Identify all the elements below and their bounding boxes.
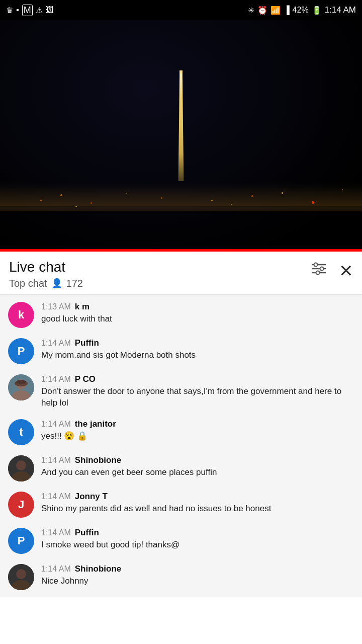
msg-text-2: My mom.and sis got Moderna both shots [41, 349, 354, 361]
msg-meta-6: 1:14 AM Jonny T [41, 492, 354, 502]
msg-text-7: I smoke weed but good tip! thanks@ [41, 539, 354, 551]
chat-message-2: P 1:14 AM Puffin My mom.and sis got Mode… [0, 333, 362, 369]
msg-time-8: 1:14 AM [41, 565, 71, 574]
msg-content-5: 1:14 AM Shinobione And you can even get … [41, 455, 354, 478]
msg-author-3: P CO [75, 374, 96, 384]
chat-header-right: ✕ [311, 259, 353, 279]
avatar-shinobione-1 [8, 455, 34, 481]
svg-point-15 [16, 569, 26, 579]
msg-meta-1: 1:13 AM k m [41, 302, 354, 312]
chat-messages-list: k 1:13 AM k m good luck with that P 1:14… [0, 295, 362, 598]
msg-content-6: 1:14 AM Jonny T Shino my parents did as … [41, 492, 354, 515]
crown-icon: ♛ [6, 6, 13, 15]
folder-icon: ▪ [16, 6, 19, 15]
bluetooth-icon: ✳ [248, 6, 254, 15]
msg-time-7: 1:14 AM [41, 528, 71, 537]
msg-meta-5: 1:14 AM Shinobione [41, 455, 354, 465]
avatar-puffin-2: P [8, 528, 34, 554]
msg-text-3: Don't answer the door to anyone that say… [41, 385, 354, 410]
m-icon: M [22, 5, 33, 16]
msg-time-5: 1:14 AM [41, 456, 71, 465]
top-chat-label: Top chat [9, 278, 47, 289]
msg-content-1: 1:13 AM k m good luck with that [41, 302, 354, 325]
viewers-icon: 👤 [51, 278, 62, 289]
chat-header: Live chat Top chat 👤 172 ✕ [0, 252, 362, 289]
status-right-icons: ✳ ⏰ 📶 ▐ 42% 🔋 1:14 AM [248, 5, 356, 15]
avatar-shinobione-2 [8, 564, 34, 590]
msg-meta-4: 1:14 AM the janitor [41, 419, 354, 429]
msg-content-7: 1:14 AM Puffin I smoke weed but good tip… [41, 528, 354, 551]
battery-icon: 🔋 [312, 6, 322, 15]
live-chat-title: Live chat [9, 259, 83, 276]
msg-author-1: k m [75, 302, 89, 312]
msg-content-2: 1:14 AM Puffin My mom.and sis got Modern… [41, 338, 354, 361]
svg-point-9 [16, 380, 26, 384]
msg-meta-3: 1:14 AM P CO [41, 374, 354, 384]
image-icon: 🖼 [46, 6, 54, 15]
filter-settings-icon[interactable] [311, 262, 327, 279]
msg-time-6: 1:14 AM [41, 492, 71, 501]
chat-message-7: P 1:14 AM Puffin I smoke weed but good t… [0, 523, 362, 559]
chat-message-6: J 1:14 AM Jonny T Shino my parents did a… [0, 487, 362, 523]
svg-point-4 [320, 267, 324, 271]
svg-point-5 [316, 271, 320, 275]
battery-percent: 42% [293, 6, 309, 15]
video-player[interactable] [0, 20, 362, 252]
close-chat-button[interactable]: ✕ [339, 262, 353, 279]
msg-text-4: yes!!! 😵 🔒 [41, 430, 354, 442]
status-time: 1:14 AM [325, 5, 356, 15]
msg-content-3: 1:14 AM P CO Don't answer the door to an… [41, 374, 354, 410]
msg-author-5: Shinobione [75, 455, 122, 465]
alarm-icon: ⏰ [257, 6, 267, 15]
video-background [0, 20, 362, 252]
svg-point-12 [16, 460, 26, 470]
msg-text-6: Shino my parents did as well and had no … [41, 503, 354, 515]
chat-message-3: 1:14 AM P CO Don't answer the door to an… [0, 369, 362, 415]
avatar-janitor: t [8, 419, 34, 445]
msg-text-5: And you can even get beer some places pu… [41, 466, 354, 478]
signal-icon: ▐ [284, 6, 289, 15]
msg-meta-8: 1:14 AM Shinobione [41, 564, 354, 574]
msg-author-7: Puffin [75, 528, 99, 538]
msg-text-8: Nice Johnny [41, 575, 354, 587]
svg-point-3 [314, 263, 318, 267]
chat-message-8: 1:14 AM Shinobione Nice Johnny [0, 559, 362, 595]
top-chat-row: Top chat 👤 172 [9, 278, 83, 289]
msg-time-2: 1:14 AM [41, 339, 71, 348]
avatar-km: k [8, 302, 34, 328]
msg-meta-7: 1:14 AM Puffin [41, 528, 354, 538]
msg-author-6: Jonny T [75, 492, 108, 502]
status-left-icons: ♛ ▪ M ⚠ 🖼 [6, 5, 54, 16]
msg-text-1: good luck with that [41, 313, 354, 325]
msg-content-8: 1:14 AM Shinobione Nice Johnny [41, 564, 354, 587]
chat-header-left: Live chat Top chat 👤 172 [9, 259, 83, 289]
msg-author-2: Puffin [75, 338, 99, 348]
chat-message-1: k 1:13 AM k m good luck with that [0, 297, 362, 333]
avatar-puffin-1: P [8, 338, 34, 364]
chat-message-5: 1:14 AM Shinobione And you can even get … [0, 450, 362, 487]
viewers-count: 172 [66, 278, 83, 289]
video-progress-bar[interactable] [0, 249, 362, 252]
chat-message-4: t 1:14 AM the janitor yes!!! 😵 🔒 [0, 414, 362, 450]
msg-author-8: Shinobione [75, 564, 122, 574]
warning-icon: ⚠ [36, 6, 43, 15]
avatar-jonny-t: J [8, 492, 34, 518]
msg-author-4: the janitor [75, 419, 116, 429]
wifi-icon: 📶 [270, 6, 281, 15]
msg-meta-2: 1:14 AM Puffin [41, 338, 354, 348]
msg-content-4: 1:14 AM the janitor yes!!! 😵 🔒 [41, 419, 354, 442]
avatar-pco [8, 374, 34, 400]
chat-panel: Live chat Top chat 👤 172 ✕ [0, 252, 362, 644]
status-bar: ♛ ▪ M ⚠ 🖼 ✳ ⏰ 📶 ▐ 42% 🔋 1:14 AM [0, 0, 362, 20]
msg-time-3: 1:14 AM [41, 375, 71, 384]
msg-time-4: 1:14 AM [41, 420, 71, 429]
msg-time-1: 1:13 AM [41, 302, 71, 311]
